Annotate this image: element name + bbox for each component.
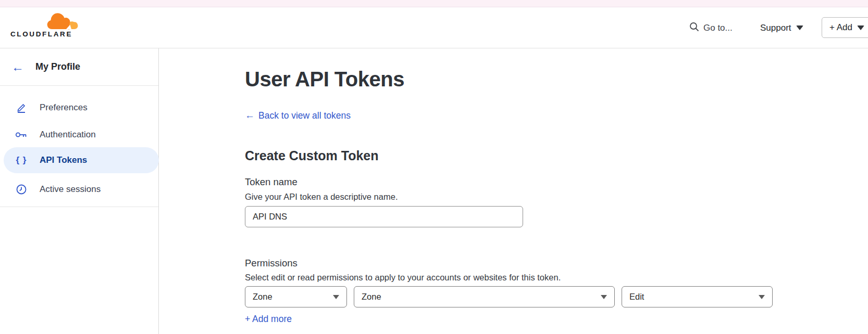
- sidebar-item-label: Active sessions: [40, 184, 101, 195]
- goto-label: Go to...: [703, 23, 733, 33]
- top-notification-strip: [0, 0, 868, 7]
- chevron-down-icon: [601, 295, 607, 299]
- sidebar-back-header[interactable]: ← My Profile: [0, 48, 158, 86]
- token-name-label: Token name: [245, 176, 297, 188]
- sidebar-item-label: API Tokens: [40, 155, 87, 165]
- page-title: User API Tokens: [245, 68, 404, 91]
- back-to-tokens-link[interactable]: ← Back to view all tokens: [245, 110, 351, 121]
- add-button-label: + Add: [829, 22, 852, 33]
- app-header: CLOUDFLARE Go to... Support + Add: [0, 7, 868, 48]
- sidebar-item-preferences[interactable]: Preferences: [0, 94, 158, 121]
- permissions-label: Permissions: [245, 258, 297, 269]
- back-link-label: Back to view all tokens: [258, 110, 351, 121]
- add-button[interactable]: + Add: [822, 17, 868, 38]
- sidebar-item-label: Preferences: [40, 102, 88, 113]
- permission-access-value: Edit: [629, 292, 644, 302]
- key-icon: [15, 131, 28, 139]
- chevron-down-icon: [333, 295, 339, 299]
- chevron-down-icon: [796, 25, 803, 30]
- permission-access-select[interactable]: Edit: [622, 286, 773, 307]
- sidebar-item-api-tokens[interactable]: { } API Tokens: [4, 147, 159, 173]
- sidebar-title: My Profile: [35, 61, 80, 72]
- chevron-down-icon: [857, 25, 864, 30]
- add-more-link[interactable]: + Add more: [245, 314, 292, 325]
- permission-scope-select[interactable]: Zone: [245, 286, 347, 307]
- cloudflare-wordmark: CLOUDFLARE: [10, 30, 81, 38]
- section-title: Create Custom Token: [245, 148, 379, 163]
- permissions-help: Select edit or read permissions to apply…: [245, 273, 561, 282]
- chevron-down-icon: [759, 295, 765, 299]
- sidebar-divider: [0, 207, 158, 207]
- support-menu[interactable]: Support: [760, 7, 803, 48]
- cloudflare-cloud-icon: [10, 13, 81, 31]
- sidebar-item-active-sessions[interactable]: Active sessions: [0, 176, 158, 203]
- support-label: Support: [760, 23, 791, 33]
- sidebar-item-authentication[interactable]: Authentication: [0, 121, 158, 148]
- permission-scope-value: Zone: [253, 292, 272, 302]
- search-icon: [689, 22, 699, 34]
- permission-group-value: Zone: [362, 292, 381, 302]
- main-content: User API Tokens ← Back to view all token…: [159, 48, 868, 334]
- permission-group-select[interactable]: Zone: [354, 286, 615, 307]
- back-arrow-icon[interactable]: ←: [11, 61, 24, 73]
- token-name-help: Give your API token a descriptive name.: [245, 192, 398, 202]
- braces-icon: { }: [15, 155, 28, 165]
- left-arrow-icon: ←: [245, 110, 255, 121]
- sidebar: ← My Profile Preferences Authe: [0, 48, 159, 334]
- token-name-input[interactable]: [245, 206, 523, 227]
- goto-search[interactable]: Go to...: [689, 7, 733, 48]
- cloudflare-logo[interactable]: CLOUDFLARE: [10, 13, 81, 38]
- cloudflare-dashboard: CLOUDFLARE Go to... Support + Add ← My P…: [0, 0, 868, 334]
- sidebar-item-label: Authentication: [40, 130, 96, 140]
- clock-icon: [15, 184, 28, 195]
- pencil-icon: [15, 102, 28, 113]
